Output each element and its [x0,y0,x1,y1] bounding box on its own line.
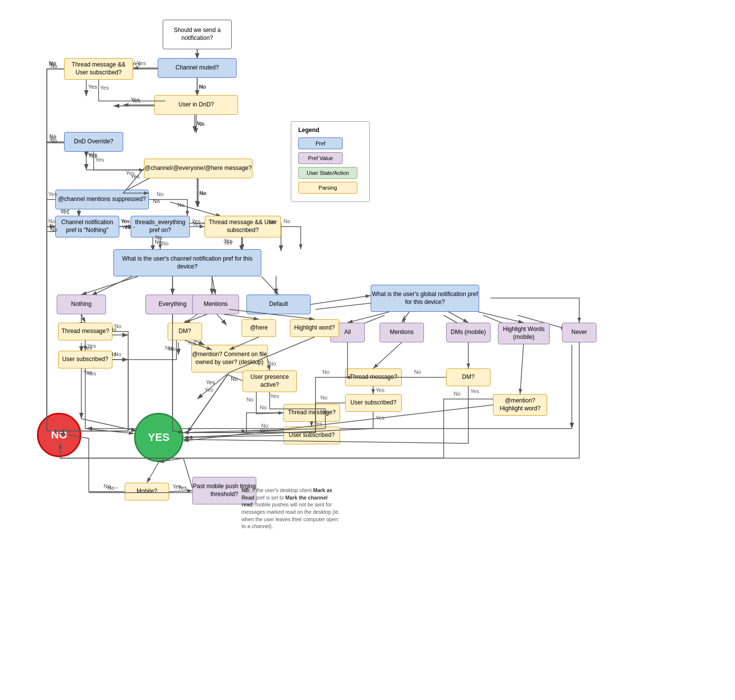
svg-text:No: No [322,369,329,375]
svg-text:No: No [114,323,121,329]
thread-msg3-node: Thread message? [283,404,340,422]
svg-text:Yes: Yes [270,393,279,399]
svg-text:No: No [199,190,206,196]
svg-text:No: No [198,121,205,127]
svg-text:No: No [199,84,206,90]
svg-text:Yes: Yes [132,98,140,103]
svg-text:Yes: Yes [224,238,233,244]
user-subscribed3-label: User subscribed? [289,432,335,439]
at-mention1-label: @mention? Comment on file owned by user?… [192,351,267,366]
global-never-node: Never [562,323,596,342]
thread-msg3-label: Thread message? [288,409,336,417]
svg-text:No: No [246,397,253,402]
user-subscribed3-node: User subscribed? [283,427,340,444]
yes-label: YES [148,431,170,445]
dnd-override-node: DnD Override? [64,132,123,152]
start-node: Should we send a notification? [163,20,232,49]
svg-line-58 [81,419,137,431]
nb-mark-channel-read: Mark the channel read [242,495,328,508]
label-no-dnd-override: No [50,138,57,144]
dnd-override-label: DnD Override? [74,138,113,146]
user-dnd-label: User in DnD? [178,101,214,109]
pref-nothing-node: Nothing [57,295,106,314]
user-presence-label: User presence active? [243,373,296,389]
start-label: Should we send a notification? [163,27,231,42]
global-never-label: Never [571,329,587,336]
at-here-node: @here [242,319,276,337]
svg-text:No: No [269,361,276,367]
user-subscribed2-label: User subscribed? [350,399,396,407]
svg-text:Yes: Yes [470,388,479,394]
svg-text:No: No [200,190,207,196]
thread-msg1-node: Thread message? [58,323,112,340]
svg-text:Yes: Yes [87,370,96,376]
svg-text:Yes: Yes [83,345,92,351]
global-pref-question-label: What is the user's global notification p… [371,291,479,306]
yes-circle: YES [134,413,183,462]
svg-text:Yes: Yes [223,240,232,246]
channel-notif-nothing-label: Channel notification pref is "Nothing" [56,219,119,234]
svg-text:No: No [283,218,290,224]
pref-everything-label: Everything [159,300,187,308]
global-dms-mobile-node: DMs (mobile) [446,323,490,342]
label-yes-threads-everything: Yes← [192,221,207,227]
label-no-mobile: No← [107,485,120,491]
no-circle: NO [37,413,81,457]
svg-text:Yes: Yes [131,173,140,179]
svg-line-63 [217,314,227,325]
svg-text:No: No [157,191,164,197]
svg-text:Yes: Yes [88,84,97,90]
legend-box-user-state: User State/Action [298,167,357,179]
channel-everyone-node: @channel/@everyone/@here message? [144,159,252,178]
user-dnd-node: User in DnD? [154,95,238,115]
user-presence-node: User presence active? [243,370,297,392]
legend-parsing-label: Parsing [318,185,337,191]
legend-pref-value-label: Pref Value [308,155,333,161]
svg-text:No: No [231,376,238,382]
pref-default-label: Default [269,300,288,308]
legend-item-parsing: Parsing [298,182,362,194]
legend-item-pref: Pref [298,137,362,149]
svg-text:Yes: Yes [260,428,269,433]
dm2-label: DM? [462,373,474,381]
svg-text:No: No [261,423,268,429]
dm1-node: DM? [168,323,202,340]
legend-box-pref: Pref [298,137,343,149]
channel-pref-question-node: What is the user's channel notification … [113,249,261,276]
dm1-label: DM? [178,328,191,335]
svg-line-68 [197,374,227,399]
svg-text:No: No [454,391,460,397]
svg-text:No: No [320,395,327,400]
pref-mentions-label: Mentions [204,300,228,308]
threads-everything-label: threads_everything pref on? [131,219,189,234]
label-no-channel-mentions: No [153,198,160,204]
svg-line-45 [91,276,133,296]
legend-pref-label: Pref [315,140,325,146]
global-highlight-mobile-label: Highlight Words (mobile) [498,326,549,341]
svg-text:Yes: Yes [83,369,92,375]
legend-item-user-state: User State/Action [298,167,362,179]
label-no-channel-notif: No [50,227,57,233]
at-mention2-label: @mention? Highlight word? [493,397,547,412]
nb-strong: NB: [242,487,251,493]
label-yes-channel-mentions: Yes [60,209,69,215]
mobile-label: Mobile? [137,488,157,496]
label-no-thread-sub1: No [50,63,57,69]
svg-text:Yes: Yes [126,170,135,176]
channel-pref-question-label: What is the user's channel notification … [114,255,261,270]
svg-text:Yes: Yes [87,343,96,349]
dm2-node: DM? [446,368,490,386]
global-all-label: All [344,329,350,336]
legend-box-pref-value: Pref Value [298,152,343,164]
user-subscribed2-node: User subscribed? [345,394,402,412]
channel-mentions-suppressed-label: @channel mentions suppressed? [58,196,146,203]
svg-text:No: No [114,351,121,357]
at-mention2-node: @mention? Highlight word? [493,394,547,416]
legend-item-pref-value: Pref Value [298,152,362,164]
svg-text:No: No [260,404,267,410]
label-yes-mobile: →Yes [173,485,187,491]
channel-muted-node: Channel muted? [158,58,237,78]
thread-user-sub1-node: Thread message && User subscribed? [64,58,133,80]
thread-msg1-label: Thread message? [62,328,109,335]
pref-default-node: Default [246,295,311,314]
